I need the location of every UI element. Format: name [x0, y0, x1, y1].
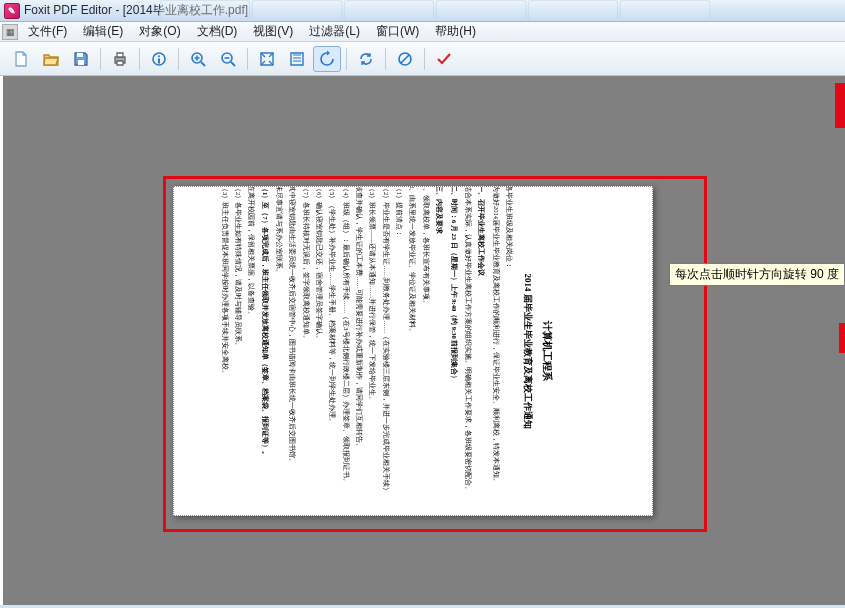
info-button[interactable] — [145, 46, 173, 72]
background-tab — [252, 0, 342, 18]
doc-line: （3）班主任负责督促本班同学按时办理各项手续并安全离校。 — [218, 186, 230, 516]
doc-line: （2）毕业生是否有学生证……到教务处办理……（在实验楼三层东侧，并进一步完成毕业… — [379, 186, 391, 516]
menu-对象[interactable]: 对象(O) — [131, 21, 188, 42]
toolbar-separator — [346, 48, 347, 70]
pdf-page-content: 计算机工程系 2014 届毕业生毕业教育及离校工作通知 各毕业生班级及相关岗位：… — [249, 186, 577, 516]
toolbar-separator — [139, 48, 140, 70]
doc-line: 核查并确认，学生证的工本费……可能需要进行补办或重新制作，请同学们互相转告。 — [353, 186, 365, 516]
floppy-icon — [72, 50, 90, 68]
doc-line: （4）班级（组）：最后确认所有手续……（在3号楼北侧行政楼二层）办理签章、领取报… — [339, 186, 351, 516]
doc-line: 未尽事宜请与系办公室联系。 — [273, 186, 285, 516]
zoom-in-button[interactable] — [184, 46, 212, 72]
annotation-marker — [839, 323, 845, 353]
menu-过滤器[interactable]: 过滤器(L) — [301, 21, 368, 42]
check-icon — [435, 50, 453, 68]
rotate-button[interactable] — [313, 46, 341, 72]
zoom-out-button[interactable] — [214, 46, 242, 72]
doc-line: 在离开校园前，保留相关票据，以备查验。 — [245, 186, 257, 516]
fitw-icon — [288, 50, 306, 68]
doc-department: 计算机工程系 — [538, 186, 557, 516]
folder-open-icon — [42, 50, 60, 68]
doc-line: 三、内容及要求 — [433, 186, 445, 516]
open-file-button[interactable] — [37, 46, 65, 72]
fit-icon — [258, 50, 276, 68]
doc-line: 1、领取离校单，各班长宣布有关事项。 — [420, 186, 432, 516]
forbidden-icon — [396, 50, 414, 68]
doc-line: 二、时间：6 月 23 日（星期一）上午 9:40（约 9:30 前报到集合） — [447, 186, 459, 516]
toolbar — [0, 42, 845, 76]
doc-line: 其中寝室钥匙由生活委员统一收齐后交宿管中心，图书借阅卡由班长统一收齐后交图书馆。 — [286, 186, 298, 516]
menu-视图[interactable]: 视图(V) — [245, 21, 301, 42]
refresh-button[interactable] — [352, 46, 380, 72]
file-blank-icon — [12, 50, 30, 68]
info-icon — [150, 50, 168, 68]
background-tabs — [160, 0, 710, 18]
fit-page-button[interactable] — [253, 46, 281, 72]
print-button[interactable] — [106, 46, 134, 72]
toolbar-separator — [178, 48, 179, 70]
background-tab — [344, 0, 434, 18]
background-tab — [436, 0, 526, 18]
doc-line: 各毕业生班级及相关岗位： — [503, 186, 515, 516]
save-file-button[interactable] — [67, 46, 95, 72]
toolbar-separator — [100, 48, 101, 70]
background-tab — [620, 0, 710, 18]
rotate-tooltip: 每次点击顺时针方向旋转 90 度 — [669, 263, 845, 286]
pdf-page[interactable]: 计算机工程系 2014 届毕业生毕业教育及离校工作通知 各毕业生班级及相关岗位：… — [173, 186, 653, 516]
background-tab — [160, 0, 250, 18]
menu-文件[interactable]: 文件(F) — [20, 21, 75, 42]
refresh-icon — [357, 50, 375, 68]
doc-line: （1）提前清点： — [393, 186, 405, 516]
background-tab — [528, 0, 618, 18]
fit-width-button[interactable] — [283, 46, 311, 72]
doc-line: 为做好2014届毕业生毕业教育及离校工作的顺利进行，保证毕业生安全、顺利离校，特… — [489, 186, 501, 516]
menu-corner-icon: ▦ — [2, 24, 18, 40]
doc-title: 2014 届毕业生毕业教育及离校工作通知 — [519, 186, 536, 516]
forbidden-button[interactable] — [391, 46, 419, 72]
zoom-in-icon — [189, 50, 207, 68]
doc-line: 一、召开毕业生离校工作会议 — [475, 186, 487, 516]
annotation-marker — [835, 83, 845, 128]
menu-文档[interactable]: 文档(D) — [189, 21, 246, 42]
app-icon: ✎ — [4, 3, 20, 19]
menu-帮助[interactable]: 帮助(H) — [427, 21, 484, 42]
toolbar-separator — [247, 48, 248, 70]
zoom-out-icon — [219, 50, 237, 68]
window-titlebar: ✎ Foxit PDF Editor - [2014毕业离校工作.pdf] — [0, 0, 845, 22]
menu-窗口[interactable]: 窗口(W) — [368, 21, 427, 42]
printer-icon — [111, 50, 129, 68]
new-file-button[interactable] — [7, 46, 35, 72]
doc-line: （3）班长领票——还请从本通知……并进行保管，统一下发给毕业生。 — [366, 186, 378, 516]
doc-line: （6）确认寝室钥匙已交还，宿舍管理员签字确认。 — [313, 186, 325, 516]
toolbar-separator — [424, 48, 425, 70]
doc-line: （1）至（7）各项完成后，班主任领取并发放离校通知单（签章、档案袋、报到证等）。 — [258, 186, 270, 516]
rotate-icon — [318, 50, 336, 68]
doc-line: （7）各班长待核对无误后，签字领取离校通知单。 — [299, 186, 311, 516]
document-viewport[interactable]: 计算机工程系 2014 届毕业生毕业教育及离校工作通知 各毕业生班级及相关岗位：… — [3, 76, 845, 605]
menu-编辑[interactable]: 编辑(E) — [75, 21, 131, 42]
menu-bar: ▦ 文件(F)编辑(E)对象(O)文档(D)视图(V)过滤器(L)窗口(W)帮助… — [0, 22, 845, 42]
doc-line: （2）各毕业生如有特殊情况，请及时与辅导员联系。 — [232, 186, 244, 516]
doc-line: 结合本系实际，认真做好毕业生离校工作方案的组织实施。明确相关工作要求，各班级要密… — [462, 186, 474, 516]
doc-line: （5）（学生处）补办毕业生……学生手册、档案材料等，统一到学生处办理。 — [326, 186, 338, 516]
check-button[interactable] — [430, 46, 458, 72]
toolbar-separator — [385, 48, 386, 70]
doc-line: 2、由系里统一发放毕业证、学位证及相关材料。 — [406, 186, 418, 516]
